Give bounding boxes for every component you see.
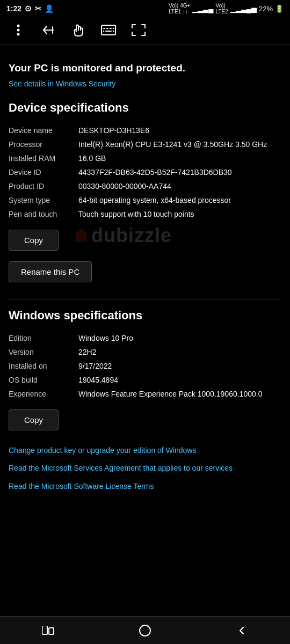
device-specs-table: Device name DESKTOP-D3H13E6 Processor In… (9, 123, 281, 221)
spec-value: 9/17/2022 (78, 359, 281, 373)
status-bar: 1:22 ⊙ ✂ 👤 Vo)) 4G+LTE1 ↑↓ ▁▂▃▄ Vo))LTE2… (0, 0, 290, 16)
table-row: Device name DESKTOP-D3H13E6 (9, 123, 281, 137)
svg-point-0 (17, 25, 20, 27)
spec-label: Device name (9, 123, 78, 137)
table-row: Edition Windows 10 Pro (9, 331, 281, 345)
spec-value: Windows Feature Experience Pack 1000.190… (78, 387, 281, 401)
person-icon: 👤 (45, 4, 54, 13)
windows-specs-title: Windows specifications (9, 309, 281, 323)
table-row: Pen and touch Touch support with 10 touc… (9, 207, 281, 221)
carrier-lte1: Vo)) 4G+LTE1 ↑↓ (169, 3, 190, 14)
table-row: Product ID 00330-80000-00000-AA744 (9, 179, 281, 193)
keyboard-button[interactable] (99, 20, 118, 40)
rename-pc-button[interactable]: Rename this PC (9, 261, 92, 282)
table-row: Installed RAM 16.0 GB (9, 151, 281, 165)
security-title: Your PC is monitored and protected. (9, 62, 281, 75)
spec-label: OS build (9, 373, 78, 387)
table-row: Experience Windows Feature Experience Pa… (9, 387, 281, 401)
circle-icon: ⊙ (25, 4, 32, 13)
svg-point-2 (17, 33, 20, 36)
svg-rect-13 (42, 626, 47, 634)
battery-percent: 22% (259, 5, 273, 13)
main-content: Your PC is monitored and protected. See … (0, 45, 290, 492)
links-section: Change product key or upgrade your editi… (9, 445, 281, 492)
list-item[interactable]: Read the Microsoft Software License Term… (9, 481, 281, 492)
menu-dots-button[interactable] (9, 20, 28, 40)
spec-label: Pen and touch (9, 207, 78, 221)
device-copy-button[interactable]: Copy (9, 230, 59, 251)
table-row: Installed on 9/17/2022 (9, 359, 281, 373)
spec-value: 44337F2F-DB63-42D5-B52F-7421B3D6DB30 (78, 165, 281, 179)
watermark-icon (73, 227, 89, 244)
spec-value: Touch support with 10 touch points (78, 207, 281, 221)
device-specs-title: Device specifications (9, 101, 281, 115)
signal-bars-1: ▁▂▃▄ (192, 5, 213, 13)
status-left: 1:22 ⊙ ✂ 👤 (6, 4, 54, 13)
signal-bars-2: ▁▂▃▄▅ (230, 5, 257, 13)
toolbar (0, 16, 290, 45)
list-item[interactable]: Read the Microsoft Services Agreement th… (9, 463, 281, 474)
svg-point-15 (140, 625, 150, 636)
section-divider (9, 299, 281, 300)
svg-point-1 (17, 29, 20, 32)
time-display: 1:22 (6, 4, 21, 13)
back-nav-button[interactable] (226, 620, 258, 641)
spec-value: 22H2 (78, 345, 281, 359)
battery-icon: 🔋 (275, 5, 284, 13)
spec-label: Product ID (9, 179, 78, 193)
windows-specs-section: Windows specifications Edition Windows 1… (9, 309, 281, 437)
spec-label: Installed on (9, 359, 78, 373)
table-row: Processor Intel(R) Xeon(R) CPU E3-1241 v… (9, 137, 281, 151)
spec-value: 64-bit operating system, x64-based proce… (78, 193, 281, 207)
spec-label: Version (9, 345, 78, 359)
bottom-navigation (0, 616, 290, 644)
svg-rect-14 (49, 628, 54, 634)
device-specs-section: Device specifications Device name DESKTO… (9, 101, 281, 295)
spec-label: Installed RAM (9, 151, 78, 165)
home-nav-button[interactable] (129, 620, 161, 641)
watermark-text: dubizzle (91, 224, 172, 247)
recents-nav-button[interactable] (32, 620, 64, 641)
table-row: Device ID 44337F2F-DB63-42D5-B52F-7421B3… (9, 165, 281, 179)
spec-value: Intel(R) Xeon(R) CPU E3-1241 v3 @ 3.50GH… (78, 137, 281, 151)
spec-value: DESKTOP-D3H13E6 (78, 123, 281, 137)
svg-rect-5 (102, 25, 115, 35)
spec-value: Windows 10 Pro (78, 331, 281, 345)
spec-label: System type (9, 193, 78, 207)
spec-value: 00330-80000-00000-AA744 (78, 179, 281, 193)
touch-button[interactable] (69, 20, 88, 40)
table-row: OS build 19045.4894 (9, 373, 281, 387)
status-right: Vo)) 4G+LTE1 ↑↓ ▁▂▃▄ Vo))LTE2 ▁▂▃▄▅ 22% … (169, 3, 284, 14)
watermark: dubizzle (73, 224, 172, 247)
spec-value: 16.0 GB (78, 151, 281, 165)
security-section: Your PC is monitored and protected. See … (9, 62, 281, 88)
table-row: System type 64-bit operating system, x64… (9, 193, 281, 207)
back-arrow-button[interactable] (39, 20, 58, 40)
list-item[interactable]: Change product key or upgrade your editi… (9, 445, 281, 456)
spec-label: Processor (9, 137, 78, 151)
spec-label: Experience (9, 387, 78, 401)
device-copy-row: Copy dubizzle (9, 230, 281, 257)
fullscreen-button[interactable] (129, 20, 148, 40)
security-link[interactable]: See details in Windows Security (9, 79, 281, 88)
spec-value: 19045.4894 (78, 373, 281, 387)
carrier-lte2: Vo))LTE2 (216, 3, 228, 14)
windows-copy-button[interactable]: Copy (9, 409, 59, 430)
spec-label: Device ID (9, 165, 78, 179)
scissors-icon: ✂ (35, 4, 41, 13)
table-row: Version 22H2 (9, 345, 281, 359)
windows-specs-table: Edition Windows 10 Pro Version 22H2 Inst… (9, 331, 281, 401)
spec-label: Edition (9, 331, 78, 345)
